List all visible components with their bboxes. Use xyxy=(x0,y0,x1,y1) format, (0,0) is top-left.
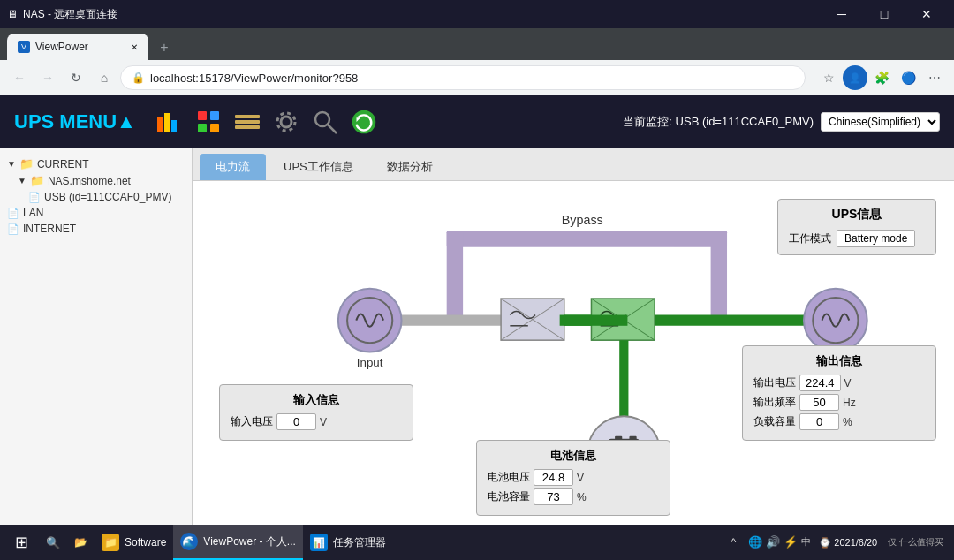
address-text: localhost:15178/ViewPower/monitor?958 xyxy=(150,72,358,85)
extension-icon[interactable]: 🧩 xyxy=(869,65,894,90)
tray-language-icon[interactable]: 中 xyxy=(801,535,815,549)
tab-power-flow[interactable]: 电力流 xyxy=(200,154,266,180)
sidebar-item-nas[interactable]: ▼ 📁 NAS.mshome.net xyxy=(4,172,188,189)
app-body: ▼ 📁 CURRENT ▼ 📁 NAS.mshome.net 📄 USB (id… xyxy=(0,148,954,525)
nav-forward-button[interactable]: → xyxy=(35,65,60,90)
lock-icon: 🔒 xyxy=(132,72,145,84)
new-tab-button[interactable]: + xyxy=(152,35,177,60)
output-load-unit: % xyxy=(843,416,852,428)
edge-icon[interactable]: 🔵 xyxy=(896,65,920,90)
sidebar-item-lan[interactable]: 📄 LAN xyxy=(4,205,188,221)
battery-info-title: 电池信息 xyxy=(488,448,659,464)
svg-rect-18 xyxy=(447,231,463,321)
svg-rect-4 xyxy=(210,111,219,120)
battery-capacity-row: 电池容量 73 % xyxy=(488,488,659,505)
doc-icon2: 📄 xyxy=(7,208,19,219)
battery-capacity-label: 电池容量 xyxy=(488,489,530,504)
taskbar-app-viewpower[interactable]: 🌊 ViewPower - 个人... xyxy=(173,525,302,560)
tab-close-button[interactable]: ✕ xyxy=(131,42,138,52)
sidebar-label-internet: INTERNET xyxy=(23,223,76,235)
minimize-button[interactable]: ─ xyxy=(822,0,862,28)
nav-bar: ← → ↻ ⌂ 🔒 localhost:15178/ViewPower/moni… xyxy=(0,60,954,95)
ups-gear-icon[interactable] xyxy=(270,106,302,138)
tab-ups-work-info-label: UPS工作信息 xyxy=(284,160,353,173)
folder-icon: 📁 xyxy=(19,157,34,170)
start-button[interactable]: ⊞ xyxy=(4,525,39,560)
tray-network-icon[interactable]: 🌐 xyxy=(748,535,762,549)
more-icon[interactable]: ⋯ xyxy=(922,65,947,90)
taskbar-app-software[interactable]: 📁 Software xyxy=(95,525,173,560)
taskbar-files[interactable]: 📂 xyxy=(67,525,95,560)
tab-label: ViewPower xyxy=(35,41,88,53)
language-selector[interactable]: Chinese(Simplified) English xyxy=(821,112,940,132)
svg-rect-9 xyxy=(235,125,260,129)
sidebar-label-current: CURRENT xyxy=(37,158,89,170)
tab-data-analysis[interactable]: 数据分析 xyxy=(371,154,449,180)
battery-voltage-label: 电池电压 xyxy=(488,470,530,485)
ups-search-icon[interactable] xyxy=(309,106,341,138)
nav-back-button[interactable]: ← xyxy=(7,65,32,90)
doc-icon3: 📄 xyxy=(7,223,19,235)
main-window: UPS MENU▲ xyxy=(0,95,954,525)
output-freq-unit: Hz xyxy=(843,397,856,409)
ups-settings-icon[interactable] xyxy=(193,106,224,138)
output-info-title: 输出信息 xyxy=(753,353,925,369)
ups-chart-icon[interactable] xyxy=(154,106,186,138)
taskbar-search[interactable]: 🔍 xyxy=(39,525,67,560)
browser-tab-active[interactable]: V ViewPower ✕ xyxy=(7,34,148,60)
bookmark-icon[interactable]: ☆ xyxy=(816,65,841,90)
svg-rect-2 xyxy=(171,120,177,132)
svg-rect-34 xyxy=(619,340,628,421)
ups-header: UPS MENU▲ xyxy=(0,95,954,148)
tab-ups-work-info[interactable]: UPS工作信息 xyxy=(268,154,369,180)
taskbar-app-software-label: Software xyxy=(125,536,166,549)
taskbar: ⊞ 🔍 📂 📁 Software 🌊 ViewPower - 个人... 📊 任… xyxy=(0,525,954,560)
profile-icon[interactable]: 👤 xyxy=(843,65,867,90)
content-tabs: 电力流 UPS工作信息 数据分析 xyxy=(193,148,954,181)
output-voltage-row: 输出电压 224.4 V xyxy=(753,375,925,391)
tray-volume-icon[interactable]: 🔊 xyxy=(766,535,780,549)
svg-rect-5 xyxy=(198,124,207,132)
svg-text:Input: Input xyxy=(357,356,383,369)
sidebar-label-nas: NAS.mshome.net xyxy=(48,175,131,187)
folder-icon2: 📁 xyxy=(30,174,44,187)
title-bar-text: NAS - 远程桌面连接 xyxy=(23,7,822,22)
output-voltage-value: 224.4 xyxy=(799,375,841,391)
input-voltage-row: 输入电压 0 V xyxy=(231,413,402,430)
system-tray: ^ 🌐 🔊 ⚡ 中 xyxy=(731,535,815,549)
maximize-button[interactable]: □ xyxy=(864,0,905,28)
input-voltage-unit: V xyxy=(320,416,327,428)
taskbar-clock[interactable]: ⌚ 2021/6/20 xyxy=(819,537,877,549)
input-voltage-value: 0 xyxy=(276,413,316,430)
output-freq-label: 输出频率 xyxy=(753,395,796,410)
browser-actions: ☆ 👤 🧩 🔵 ⋯ xyxy=(816,65,947,90)
nav-home-button[interactable]: ⌂ xyxy=(92,65,117,90)
current-monitor-label: 当前监控: USB (id=111CCAF0_PMV) xyxy=(623,114,814,130)
taskbar-app-viewpower-label: ViewPower - 个人... xyxy=(203,534,295,549)
tray-battery-icon[interactable]: ⚡ xyxy=(784,535,798,549)
input-voltage-label: 输入电压 xyxy=(231,414,273,429)
close-button[interactable]: ✕ xyxy=(906,0,947,28)
ups-refresh-icon[interactable] xyxy=(348,106,380,138)
tray-expand-icon[interactable]: ^ xyxy=(731,535,745,549)
ups-tools-icon[interactable] xyxy=(231,106,263,138)
taskbar-time: ⌚ 2021/6/20 xyxy=(819,537,877,549)
expand-icon2: ▼ xyxy=(18,176,26,185)
ups-menu-title: UPS MENU▲ xyxy=(14,110,136,133)
nav-reload-button[interactable]: ↻ xyxy=(64,65,88,90)
title-bar: 🖥 NAS - 远程桌面连接 ─ □ ✕ xyxy=(0,0,954,28)
svg-point-12 xyxy=(315,112,329,126)
sidebar-item-current[interactable]: ▼ 📁 CURRENT xyxy=(4,155,188,172)
output-info-box: 输出信息 输出电压 224.4 V 输出频率 50 Hz 负载容量 0 % xyxy=(742,345,936,441)
output-load-row: 负载容量 0 % xyxy=(753,413,925,430)
svg-rect-16 xyxy=(447,231,727,246)
svg-text:Bypass: Bypass xyxy=(562,213,603,227)
battery-capacity-unit: % xyxy=(577,491,587,503)
taskbar-app-taskmanager[interactable]: 📊 任务管理器 xyxy=(303,525,393,560)
expand-icon: ▼ xyxy=(7,159,16,169)
output-voltage-label: 输出电压 xyxy=(753,375,796,390)
sidebar-item-internet[interactable]: 📄 INTERNET xyxy=(4,221,188,237)
address-bar[interactable]: 🔒 localhost:15178/ViewPower/monitor?958 xyxy=(120,65,806,90)
sidebar-item-usb[interactable]: 📄 USB (id=111CCAF0_PMV) xyxy=(4,189,188,205)
input-info-title: 输入信息 xyxy=(231,392,402,408)
